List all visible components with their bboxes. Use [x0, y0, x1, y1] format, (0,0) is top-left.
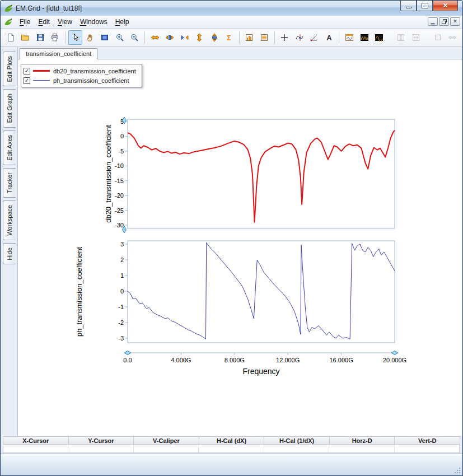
cursor-col-h-cal-dx: H-Cal (dX)	[199, 437, 265, 444]
menu-help[interactable]: Help	[111, 16, 133, 27]
legend-checkbox-ph[interactable]	[24, 77, 30, 84]
mdi-restore-button[interactable]	[439, 17, 449, 26]
main-area: Edit Plots Edit Graph Edit Axes Tracker …	[1, 47, 462, 436]
plot-window-button[interactable]	[342, 30, 356, 45]
fit-y-button[interactable]	[207, 30, 221, 45]
x-tick-label: 4.000G	[171, 357, 191, 363]
text-a-icon: A	[325, 33, 334, 42]
y-axis-title: db20_transmission_coefficient	[104, 125, 113, 223]
data-rows-button[interactable]	[257, 30, 271, 45]
legend-label-ph: ph_transmission_coefficient	[53, 77, 129, 84]
plot-window-icon	[345, 33, 354, 42]
content-area: transmission_coefficient db20_transmissi…	[17, 47, 462, 436]
waveform-button[interactable]	[372, 30, 386, 45]
y-tick-label: -30	[115, 222, 124, 228]
cursor-col-v-caliper: V-Caliper	[134, 437, 199, 444]
tab-transmission-coefficient[interactable]: transmission_coefficient	[20, 48, 97, 59]
zoom-window-button[interactable]	[98, 30, 112, 45]
zoom-out-icon	[130, 33, 139, 42]
bar-chart-button[interactable]	[242, 30, 256, 45]
y-tick-label: 0	[120, 288, 124, 295]
maximize-button[interactable]	[417, 1, 433, 11]
sidebar-tab-label: Edit Axes	[6, 135, 13, 161]
minimize-icon	[406, 7, 411, 8]
sidebar-tab-workspace[interactable]: Workspace	[3, 200, 16, 240]
cursor-col-x-cursor: X-Cursor	[3, 437, 69, 444]
mdi-minimize-button[interactable]: ▁	[428, 17, 438, 26]
resize-grip-icon[interactable]	[454, 467, 461, 474]
y-tick-label: -3	[118, 335, 124, 342]
pan-tool-button[interactable]	[83, 30, 97, 45]
zoom-out-button[interactable]	[128, 30, 142, 45]
menu-file[interactable]: File	[16, 16, 34, 27]
spectrum-button[interactable]	[357, 30, 371, 45]
bar-chart-icon	[245, 33, 254, 42]
title-bar[interactable]: EM.Grid - [fdtd_tut18f] ✕	[1, 1, 462, 16]
cursor-arrow-icon	[71, 33, 80, 42]
text-label-button[interactable]: A	[322, 30, 336, 45]
crosshair-button[interactable]	[278, 30, 292, 45]
y-tick-label: 0	[120, 133, 124, 139]
sidebar-tab-edit-graph[interactable]: Edit Graph	[3, 89, 16, 128]
autoscale-button[interactable]: Σ	[222, 30, 236, 45]
cursor-col-vert-d: Vert-D	[395, 437, 460, 444]
new-file-icon	[6, 33, 15, 42]
cursor-value-cell	[3, 445, 68, 452]
save-button[interactable]	[33, 30, 47, 45]
caliper-button[interactable]	[307, 30, 321, 45]
mdi-window-controls: ▁ ✕	[428, 17, 460, 26]
new-file-button[interactable]	[3, 30, 17, 45]
open-folder-icon	[21, 33, 30, 42]
sidebar-tab-label: Edit Graph	[6, 94, 13, 123]
legend: db20_transmission_coefficient ph_transmi…	[21, 64, 142, 87]
expand-view-icon	[396, 33, 405, 42]
sidebar-tab-edit-plots[interactable]: Edit Plots	[3, 52, 16, 86]
open-file-button[interactable]	[18, 30, 32, 45]
y-tick-label: -2	[118, 319, 124, 326]
y-tick-label: -20	[115, 192, 124, 199]
print-button[interactable]	[48, 30, 62, 45]
cursor-value-cell	[395, 445, 460, 452]
expand-x-button[interactable]	[148, 30, 162, 45]
save-icon	[36, 33, 45, 42]
sidebar-tab-hide[interactable]: Hide	[3, 243, 16, 265]
cursor-table: X-Cursor Y-Cursor V-Caliper H-Cal (dX) H…	[1, 436, 462, 453]
close-button[interactable]: ✕	[433, 1, 458, 11]
menu-edit[interactable]: Edit	[34, 16, 54, 27]
x-tick-label: 12.000G	[276, 357, 300, 363]
menu-windows[interactable]: Windows	[76, 16, 111, 27]
expand-y-button[interactable]	[192, 30, 206, 45]
sidebar-tab-edit-axes[interactable]: Edit Axes	[3, 130, 16, 165]
fit-x-button[interactable]	[163, 30, 177, 45]
menu-bar: FileEditViewWindowsHelp ▁ ✕	[1, 16, 462, 29]
expand-y-icon	[195, 33, 204, 42]
sidebar-tab-tracker[interactable]: Tracker	[3, 168, 16, 198]
svg-text:A: A	[326, 34, 332, 42]
menu-view[interactable]: View	[54, 16, 76, 27]
print-icon	[50, 33, 59, 42]
tracker-icon	[295, 33, 304, 42]
tracker-button[interactable]	[292, 30, 306, 45]
y-tick-label: -5	[118, 148, 124, 155]
shrink-x-button[interactable]	[177, 30, 191, 45]
minimize-button[interactable]	[400, 1, 417, 11]
zoom-in-button[interactable]	[113, 30, 127, 45]
legend-line-sample-ph	[33, 80, 50, 81]
app-window: EM.Grid - [fdtd_tut18f] ✕ FileEditViewWi…	[0, 0, 463, 476]
mdi-restore-icon	[442, 19, 447, 24]
mdi-close-button[interactable]: ✕	[450, 17, 460, 26]
x-tick-label: 8.000G	[225, 357, 245, 363]
chart-svg[interactable]: 50-5-10-15-20-25-30db20_transmission_coe…	[18, 59, 462, 436]
hand-icon	[86, 33, 95, 42]
x-tick-label: 0.0	[123, 357, 132, 363]
subplot-frame	[128, 119, 395, 228]
expand-view-button	[394, 30, 408, 45]
x-tick-label: 20.000G	[383, 357, 406, 363]
y-tick-label: -15	[115, 178, 124, 184]
toolbar-separator	[144, 31, 145, 44]
legend-checkbox-db20[interactable]	[24, 68, 30, 74]
select-tool-button[interactable]	[68, 30, 82, 45]
legend-item-ph: ph_transmission_coefficient	[24, 76, 136, 85]
mdi-minimize-icon: ▁	[431, 19, 435, 24]
fit-y-icon	[210, 33, 219, 42]
